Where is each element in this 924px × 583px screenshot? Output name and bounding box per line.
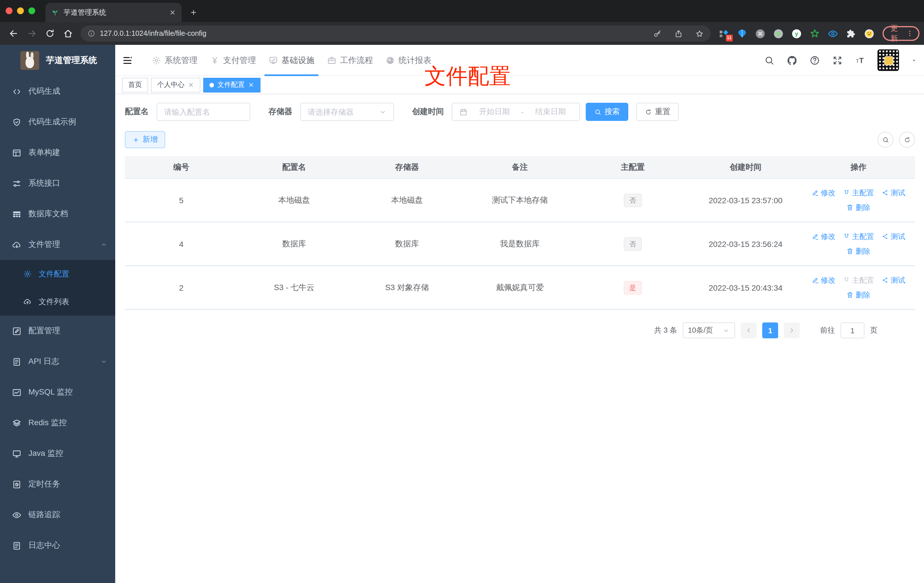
user-avatar[interactable]	[878, 50, 899, 71]
sidebar-subitem[interactable]: 文件配置	[0, 260, 115, 288]
reset-button[interactable]: 重置	[636, 103, 679, 121]
github-icon[interactable]	[787, 55, 797, 66]
reload-icon[interactable]	[45, 28, 55, 39]
sidebar-item[interactable]: 表单构建	[0, 137, 115, 168]
top-nav-item[interactable]: 工作流程	[321, 45, 379, 76]
chevron-right-icon	[788, 327, 795, 334]
extension-icon[interactable]: 11	[719, 28, 729, 39]
home-icon[interactable]	[63, 28, 73, 39]
browser-tab[interactable]: 芋道管理系统	[45, 3, 182, 22]
set-master-link[interactable]: 主配置	[843, 231, 874, 241]
password-key-icon[interactable]	[653, 29, 662, 38]
top-nav-item[interactable]: 基础设施	[262, 45, 321, 76]
config-name-input[interactable]	[164, 107, 243, 116]
refresh-table-button[interactable]	[899, 132, 915, 148]
window-minimize-button[interactable]	[17, 7, 24, 14]
tab-close-icon[interactable]	[188, 82, 194, 88]
storage-select-input[interactable]	[308, 107, 379, 116]
extension-icon[interactable]	[828, 28, 838, 39]
extension-icon[interactable]	[737, 28, 747, 39]
edit-link[interactable]: 修改	[812, 231, 835, 241]
ext-y-icon: y	[791, 28, 802, 39]
test-link[interactable]: 测试	[881, 231, 905, 241]
prev-page-button[interactable]	[741, 322, 757, 339]
delete-link[interactable]: 删除	[846, 202, 870, 213]
master-tag: 是	[624, 281, 642, 294]
next-page-button[interactable]	[784, 322, 800, 339]
test-link[interactable]: 测试	[881, 188, 905, 198]
search-icon[interactable]	[764, 55, 775, 66]
set-master-link[interactable]: 主配置	[843, 188, 874, 198]
tab-close-icon[interactable]	[248, 82, 254, 88]
new-tab-button[interactable]	[190, 8, 198, 17]
test-link[interactable]: 测试	[881, 275, 905, 285]
page-tab[interactable]: 文件配置	[203, 78, 261, 92]
sidebar-item[interactable]: 数据库文档	[0, 199, 115, 230]
sidebar-item[interactable]: Redis 监控	[0, 408, 115, 438]
sidebar-item[interactable]: Java 监控	[0, 438, 115, 469]
font-size-icon[interactable]: TT	[855, 55, 866, 66]
date-range-picker[interactable]: 开始日期 - 结束日期	[452, 103, 580, 121]
fullscreen-icon[interactable]	[832, 55, 843, 66]
bookmark-star-icon[interactable]	[695, 29, 704, 38]
page-tab[interactable]: 首页	[122, 78, 148, 92]
avatar-caret-down-icon[interactable]	[911, 57, 917, 63]
extension-icon[interactable]	[809, 28, 820, 39]
edit-link[interactable]: 修改	[812, 188, 835, 198]
page-tab[interactable]: 个人中心	[151, 78, 200, 92]
site-info-icon[interactable]	[87, 30, 95, 38]
sidebar-item[interactable]: API 日志	[0, 346, 115, 377]
browser-menu-dots-icon[interactable]	[906, 30, 914, 38]
magnet-icon	[843, 276, 850, 284]
trash-icon	[846, 291, 854, 299]
delete-link[interactable]: 删除	[846, 290, 870, 300]
sidebar-item[interactable]: 文件管理	[0, 230, 115, 260]
share-icon[interactable]	[674, 29, 683, 38]
sidebar-item[interactable]: 代码生成	[0, 76, 115, 107]
storage-select[interactable]	[300, 103, 394, 121]
extension-icon[interactable]: ⌘	[755, 28, 766, 39]
edit-link[interactable]: 修改	[812, 275, 835, 285]
extension-icon[interactable]	[773, 28, 784, 39]
top-nav-item[interactable]: 系统管理	[145, 45, 204, 76]
dashboard-icon	[385, 55, 395, 65]
add-button[interactable]: 新增	[125, 131, 165, 148]
show-search-button[interactable]	[878, 132, 893, 148]
set-master-link[interactable]: 主配置	[843, 275, 874, 285]
current-page[interactable]: 1	[762, 322, 778, 339]
back-icon[interactable]	[8, 28, 19, 39]
extension-icon[interactable]: y	[791, 28, 802, 39]
end-date-placeholder[interactable]: 结束日期	[528, 107, 573, 117]
sidebar-item[interactable]: 日志中心	[0, 530, 115, 561]
sidebar-item[interactable]: 代码生成示例	[0, 107, 115, 137]
refresh-icon	[645, 108, 652, 116]
tab-close-icon[interactable]	[169, 9, 176, 16]
delete-link[interactable]: 删除	[846, 246, 870, 256]
calendar-icon	[459, 107, 468, 116]
forward-icon[interactable]	[27, 28, 37, 39]
search-button[interactable]: 搜索	[586, 103, 628, 121]
extension-icon[interactable]	[846, 28, 856, 39]
extension-icon[interactable]	[864, 28, 874, 39]
top-nav-item[interactable]: 支付管理	[204, 45, 262, 76]
master-tag: 否	[624, 193, 642, 207]
window-zoom-button[interactable]	[28, 7, 35, 14]
sidebar-item[interactable]: MySQL 监控	[0, 377, 115, 408]
cell-remark: 戴佩妮真可爱	[464, 282, 576, 292]
sidebar-logo-row[interactable]: 芋道管理系统	[0, 45, 115, 76]
page-size-select[interactable]: 10条/页	[683, 322, 735, 339]
browser-update-button[interactable]: 更新	[883, 26, 919, 41]
sidebar-item[interactable]: 链路追踪	[0, 500, 115, 530]
address-bar[interactable]: 127.0.0.1:1024/infra/file/file-config	[81, 26, 711, 41]
help-icon[interactable]	[809, 55, 820, 66]
window-close-button[interactable]	[6, 7, 13, 14]
sidebar-item[interactable]: 定时任务	[0, 469, 115, 500]
sidebar-subitem[interactable]: 文件列表	[0, 288, 115, 315]
sidebar-item[interactable]: 系统接口	[0, 168, 115, 199]
menu-fold-icon[interactable]	[122, 55, 133, 66]
sidebar-item-label: 配置管理	[28, 326, 60, 336]
sidebar-item[interactable]: 配置管理	[0, 315, 115, 346]
goto-page-input[interactable]	[841, 322, 865, 339]
start-date-placeholder[interactable]: 开始日期	[472, 107, 516, 117]
table-toolbar: 新增	[125, 131, 915, 148]
